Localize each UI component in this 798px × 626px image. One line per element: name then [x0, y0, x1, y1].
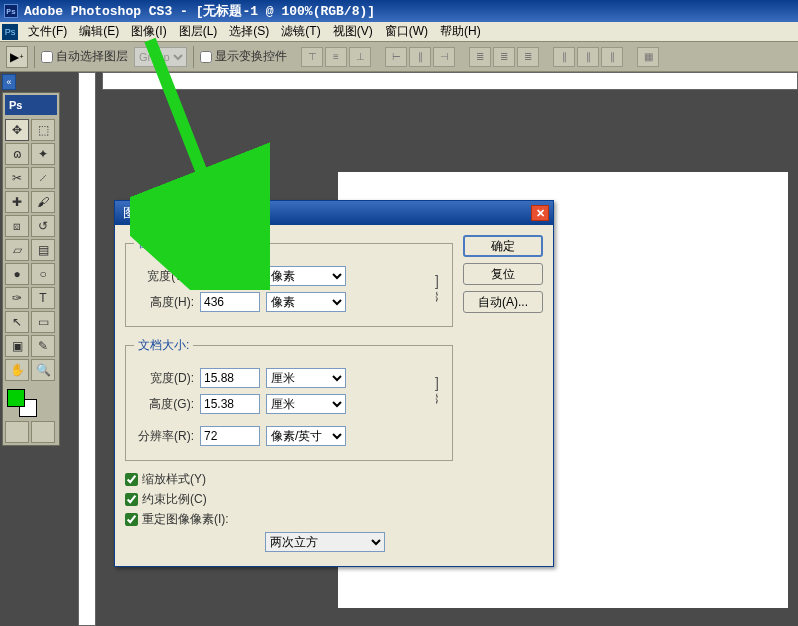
hand-tool[interactable]: ✋: [5, 359, 29, 381]
link-icon[interactable]: ]𝄔: [430, 375, 444, 408]
align-vmid-icon[interactable]: ≡: [325, 47, 347, 67]
auto-select-checkbox[interactable]: 自动选择图层: [41, 48, 128, 65]
menu-file[interactable]: 文件(F): [22, 21, 73, 42]
pen-tool[interactable]: ✑: [5, 287, 29, 309]
distribute-group2: ∥ ∥ ∥: [553, 47, 623, 67]
align-right-icon[interactable]: ⊣: [433, 47, 455, 67]
document-size-group: 文档大小: 宽度(D): 厘米 高度(G): 厘米: [125, 337, 453, 461]
constrain-checkbox[interactable]: 约束比例(C): [125, 491, 453, 508]
arrange-icon[interactable]: ▦: [637, 47, 659, 67]
options-bar: ▶+ 自动选择图层 Group 显示变换控件 ⊤ ≡ ⊥ ⊢ ∥ ⊣ ≣ ≣ ≣…: [0, 42, 798, 72]
menu-select[interactable]: 选择(S): [223, 21, 275, 42]
gradient-tool[interactable]: ▤: [31, 239, 55, 261]
ok-button[interactable]: 确定: [463, 235, 543, 257]
resolution-label: 分辨率(R):: [134, 428, 194, 445]
doc-width-label: 宽度(D):: [134, 370, 194, 387]
doc-width-input[interactable]: [200, 368, 260, 388]
doc-height-unit-select[interactable]: 厘米: [266, 394, 346, 414]
menu-layer[interactable]: 图层(L): [173, 21, 224, 42]
auto-button[interactable]: 自动(A)...: [463, 291, 543, 313]
zoom-tool[interactable]: 🔍: [31, 359, 55, 381]
close-icon[interactable]: ✕: [531, 205, 549, 221]
blur-tool[interactable]: ●: [5, 263, 29, 285]
pixel-dimensions-group: 像素大小:574 宽度(W): 像素 高度(H): 像素: [125, 235, 453, 327]
height-label: 高度(H):: [134, 294, 194, 311]
path-tool[interactable]: ↖: [5, 311, 29, 333]
ruler-horizontal[interactable]: [102, 72, 798, 90]
pixel-size-label: 像素大小:574: [134, 235, 213, 252]
quickmask-std[interactable]: [5, 421, 29, 443]
menu-image[interactable]: 图像(I): [125, 21, 172, 42]
resample-method-select[interactable]: 两次立方: [265, 532, 385, 552]
align-left-icon[interactable]: ⊢: [385, 47, 407, 67]
toolbox: Ps ✥⬚ ɷ✦ ✂⟋ ✚🖌 ⧇↺ ▱▤ ●○ ✑T ↖▭ ▣✎ ✋🔍: [2, 92, 60, 446]
dist-1-icon[interactable]: ≣: [469, 47, 491, 67]
eraser-tool[interactable]: ▱: [5, 239, 29, 261]
align-group2: ⊢ ∥ ⊣: [385, 47, 455, 67]
ruler-vertical[interactable]: [78, 72, 96, 626]
doc-height-label: 高度(G):: [134, 396, 194, 413]
eyedrop-tool[interactable]: ✎: [31, 335, 55, 357]
dist-6-icon[interactable]: ∥: [601, 47, 623, 67]
distribute-group: ≣ ≣ ≣: [469, 47, 539, 67]
align-hmid-icon[interactable]: ∥: [409, 47, 431, 67]
doc-height-input[interactable]: [200, 394, 260, 414]
slice-tool[interactable]: ⟋: [31, 167, 55, 189]
quickmask-mask[interactable]: [31, 421, 55, 443]
history-tool[interactable]: ↺: [31, 215, 55, 237]
marquee-tool[interactable]: ⬚: [31, 119, 55, 141]
doc-size-label: 文档大小:: [134, 337, 193, 354]
title-bar: Ps Adobe Photoshop CS3 - [无标题-1 @ 100%(R…: [0, 0, 798, 22]
wand-tool[interactable]: ✦: [31, 143, 55, 165]
height-unit-select[interactable]: 像素: [266, 292, 346, 312]
menu-filter[interactable]: 滤镜(T): [275, 21, 326, 42]
menu-view[interactable]: 视图(V): [327, 21, 379, 42]
menu-window[interactable]: 窗口(W): [379, 21, 434, 42]
resolution-input[interactable]: [200, 426, 260, 446]
reset-button[interactable]: 复位: [463, 263, 543, 285]
move-tool-icon[interactable]: ▶+: [6, 46, 28, 68]
dist-4-icon[interactable]: ∥: [553, 47, 575, 67]
notes-tool[interactable]: ▣: [5, 335, 29, 357]
menu-help[interactable]: 帮助(H): [434, 21, 487, 42]
separator: [193, 46, 194, 68]
dist-5-icon[interactable]: ∥: [577, 47, 599, 67]
scale-styles-checkbox[interactable]: 缩放样式(Y): [125, 471, 453, 488]
color-swatch[interactable]: [5, 387, 57, 417]
dist-2-icon[interactable]: ≣: [493, 47, 515, 67]
image-size-dialog: 图像大小 ✕ 像素大小:574 宽度(W): 像素 高度(H):: [114, 200, 554, 567]
type-tool[interactable]: T: [31, 287, 55, 309]
dist-3-icon[interactable]: ≣: [517, 47, 539, 67]
left-column: « Ps ✥⬚ ɷ✦ ✂⟋ ✚🖌 ⧇↺ ▱▤ ●○ ✑T ↖▭ ▣✎ ✋🔍: [0, 72, 78, 626]
resample-checkbox[interactable]: 重定图像像素(I):: [125, 511, 453, 528]
menu-edit[interactable]: 编辑(E): [73, 21, 125, 42]
ps-badge-icon: Ps: [2, 24, 18, 40]
link-icon[interactable]: ]𝄔: [430, 273, 444, 306]
height-input[interactable]: [200, 292, 260, 312]
foreground-color[interactable]: [7, 389, 25, 407]
dialog-title: 图像大小: [123, 204, 175, 222]
crop-tool[interactable]: ✂: [5, 167, 29, 189]
menu-bar: Ps 文件(F) 编辑(E) 图像(I) 图层(L) 选择(S) 滤镜(T) 视…: [0, 22, 798, 42]
brush-tool[interactable]: 🖌: [31, 191, 55, 213]
auto-select-dropdown[interactable]: Group: [134, 47, 187, 67]
separator: [34, 46, 35, 68]
app-icon: Ps: [4, 4, 18, 18]
doc-width-unit-select[interactable]: 厘米: [266, 368, 346, 388]
dodge-tool[interactable]: ○: [31, 263, 55, 285]
lasso-tool[interactable]: ɷ: [5, 143, 29, 165]
heal-tool[interactable]: ✚: [5, 191, 29, 213]
width-input[interactable]: [200, 266, 260, 286]
panel-toggle-icon[interactable]: «: [2, 74, 16, 90]
arrange-group: ▦: [637, 47, 659, 67]
dialog-titlebar[interactable]: 图像大小 ✕: [115, 201, 553, 225]
show-transform-checkbox[interactable]: 显示变换控件: [200, 48, 287, 65]
align-bottom-icon[interactable]: ⊥: [349, 47, 371, 67]
width-label: 宽度(W):: [134, 268, 194, 285]
move-tool[interactable]: ✥: [5, 119, 29, 141]
width-unit-select[interactable]: 像素: [266, 266, 346, 286]
align-top-icon[interactable]: ⊤: [301, 47, 323, 67]
resolution-unit-select[interactable]: 像素/英寸: [266, 426, 346, 446]
shape-tool[interactable]: ▭: [31, 311, 55, 333]
stamp-tool[interactable]: ⧇: [5, 215, 29, 237]
